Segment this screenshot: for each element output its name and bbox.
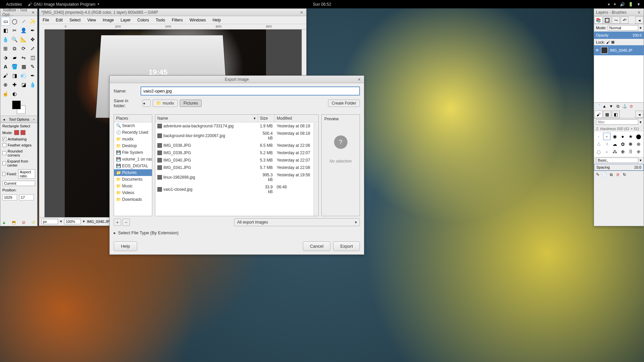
color-select-tool[interactable]: ◧ — [1, 26, 10, 35]
brush-item[interactable]: ⠿ — [627, 148, 634, 156]
delete-brush-icon[interactable]: ⊘ — [615, 172, 621, 178]
brush-item[interactable]: · — [595, 133, 602, 140]
imgwin-titlebar[interactable]: *[IMG_0340] (imported)-4.0 (RGB color, 1… — [39, 9, 306, 16]
select-file-type-expander[interactable]: ▸ Select File Type (By Extension) — [114, 230, 360, 235]
file-row[interactable]: IMG_0339.JPG5.2 MBYesterday at 22:07 — [155, 149, 318, 157]
free-select-tool[interactable]: ⟋ — [19, 17, 28, 26]
menu-help[interactable]: Help — [209, 17, 224, 23]
clock-label[interactable]: Sun 06:52 — [313, 2, 331, 7]
tab-undo[interactable]: ↶ — [621, 16, 629, 24]
app-menu[interactable]: 🖌 GNU Image Manipulation Program — [25, 1, 102, 7]
spacing-slider[interactable]: Spacing10.0 — [594, 164, 644, 171]
expand-checkbox[interactable] — [2, 161, 6, 165]
toolbox-titlebar[interactable]: Toolbox - Tool Opti… × — [0, 9, 37, 16]
tab-gradients[interactable]: ◧ — [612, 111, 620, 118]
place-item[interactable]: 📁Documents — [114, 176, 152, 183]
path-pictures-button[interactable]: Pictures — [180, 100, 202, 107]
lower-layer-icon[interactable]: ▼ — [608, 103, 614, 109]
dodge-burn-tool[interactable]: ◐ — [10, 89, 19, 98]
brush-preset-combo[interactable]: Basic, — [596, 158, 638, 163]
smudge-tool[interactable]: ☝ — [1, 89, 10, 98]
feather-checkbox[interactable] — [2, 143, 6, 147]
current-combo[interactable]: Current — [2, 181, 35, 186]
fixed-checkbox[interactable] — [2, 172, 5, 176]
cage-tool[interactable]: ◫ — [28, 53, 37, 62]
cancel-button[interactable]: Cancel — [303, 241, 330, 251]
tab-paths[interactable]: ⤳ — [612, 16, 620, 24]
measure-tool[interactable]: 📐 — [19, 35, 28, 44]
scale-tool[interactable]: ⤢ — [28, 44, 37, 53]
file-row[interactable]: IMG_0341.JPG5.7 MBYesterday at 22:08 — [155, 164, 318, 171]
pos-y-input[interactable] — [19, 194, 34, 200]
delete-layer-icon[interactable]: ⊘ — [628, 103, 634, 109]
brush-item[interactable]: ✿ — [619, 140, 627, 148]
menu-view[interactable]: View — [84, 17, 99, 23]
save-preset-icon[interactable]: ▲ — [1, 220, 7, 225]
menu-filters[interactable]: Filters — [168, 17, 186, 23]
tab-patterns[interactable]: ▦ — [603, 111, 611, 118]
tab-channels[interactable]: 🔲 — [603, 16, 611, 24]
brush-item[interactable]: ◉ — [611, 133, 619, 140]
brush-item[interactable]: ⁖ — [603, 140, 610, 148]
zoom-tool[interactable]: 🔍 — [10, 35, 19, 44]
close-icon[interactable]: × — [357, 77, 362, 82]
align-tool[interactable]: ⊞ — [1, 44, 10, 53]
place-item[interactable]: 💾File System — [114, 149, 152, 156]
remove-bookmark-button[interactable]: − — [122, 219, 130, 226]
export-button[interactable]: Export — [333, 241, 360, 251]
filter-input[interactable] — [596, 119, 638, 125]
perspective-tool[interactable]: ▰ — [10, 53, 19, 62]
text-tool[interactable]: A — [1, 62, 10, 71]
color-picker-tool[interactable]: 💧 — [1, 35, 10, 44]
menu-colors[interactable]: Colors — [134, 17, 153, 23]
scissors-tool[interactable]: ✂ — [10, 26, 19, 35]
foreground-select-tool[interactable]: 👤 — [19, 26, 28, 35]
airbrush-tool[interactable]: 💨 — [19, 71, 28, 80]
close-icon[interactable]: × — [636, 10, 642, 15]
heal-tool[interactable]: ✚ — [10, 80, 19, 89]
new-layer-icon[interactable]: 📄 — [595, 103, 601, 109]
layers-titlebar[interactable]: Layers - Brushes × — [594, 9, 644, 16]
bluetooth-icon[interactable]: ✶ — [613, 2, 616, 7]
brush-item[interactable]: ❋ — [627, 140, 634, 148]
battery-icon[interactable]: 🔋 — [628, 2, 633, 7]
path-home-button[interactable]: 📁 muxlix — [153, 100, 178, 107]
brush-item[interactable]: ⬤ — [635, 133, 642, 140]
system-menu-icon[interactable]: ▼ — [637, 2, 641, 7]
tab-layers[interactable]: 📚 — [594, 16, 602, 24]
brush-item[interactable]: ∴ — [595, 140, 602, 148]
help-button[interactable]: Help — [114, 241, 137, 251]
col-modified-header[interactable]: Modified — [275, 115, 318, 122]
place-item[interactable]: 📁Music — [114, 183, 152, 189]
refresh-brush-icon[interactable]: ↻ — [622, 172, 628, 178]
clone-tool[interactable]: ⊕ — [1, 80, 10, 89]
brush-item[interactable]: ◌ — [595, 148, 602, 156]
visibility-icon[interactable]: 👁 — [595, 48, 599, 52]
rect-select-tool[interactable]: ▭ — [1, 17, 10, 26]
duplicate-layer-icon[interactable]: ⧉ — [615, 103, 621, 109]
reset-preset-icon[interactable]: ↺ — [31, 220, 36, 225]
edit-brush-icon[interactable]: ✎ — [595, 172, 601, 178]
file-type-filter[interactable]: All export images▾ — [234, 218, 360, 226]
restore-preset-icon[interactable]: ⬒ — [11, 220, 16, 225]
raise-layer-icon[interactable]: ▲ — [601, 103, 607, 109]
eraser-tool[interactable]: ◨ — [10, 71, 19, 80]
antialias-checkbox[interactable] — [2, 137, 6, 141]
place-item[interactable]: 💾volume_1 on nas2 — [114, 156, 152, 163]
filename-input[interactable] — [141, 86, 360, 96]
rounded-checkbox[interactable] — [2, 151, 6, 155]
bucket-fill-tool[interactable]: 🪣 — [10, 62, 19, 71]
close-icon[interactable]: × — [299, 10, 304, 15]
file-row[interactable]: linux-1962898.jpg995.3 kBYesterday at 19… — [155, 171, 318, 183]
menu-tools[interactable]: Tools — [152, 17, 168, 23]
place-item[interactable]: 🔍Search — [114, 122, 152, 129]
brush-item[interactable]: ⁜ — [635, 148, 642, 156]
path-back-button[interactable]: ◂ — [143, 100, 151, 107]
brush-item[interactable]: ⁂ — [611, 148, 619, 156]
menu-file[interactable]: File — [39, 17, 52, 23]
export-titlebar[interactable]: Export Image × — [110, 76, 364, 83]
move-tool[interactable]: ✥ — [28, 35, 37, 44]
brush-item[interactable]: ★ — [627, 133, 634, 140]
opacity-slider[interactable]: Opacity100.0 — [594, 32, 644, 39]
lock-pixels-icon[interactable]: 🖌 — [606, 40, 610, 44]
